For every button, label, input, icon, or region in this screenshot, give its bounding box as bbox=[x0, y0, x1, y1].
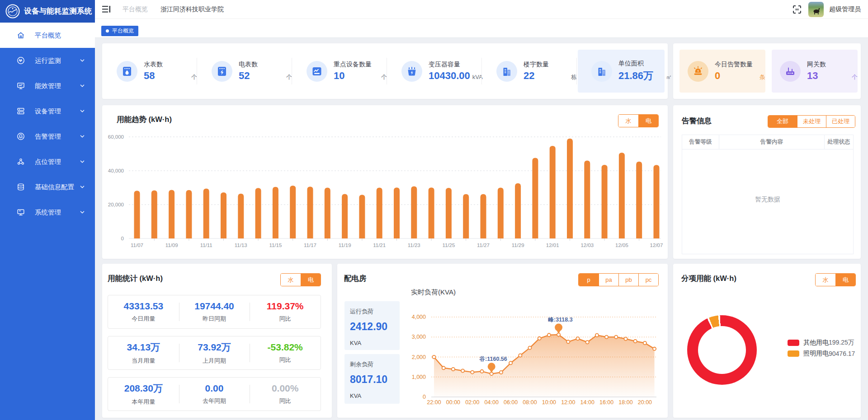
usage-toggle-电[interactable]: 电 bbox=[301, 274, 321, 286]
alarm-filter-tabs: 全部未处理已处理 bbox=[768, 115, 855, 128]
svg-text:12/07: 12/07 bbox=[650, 243, 663, 248]
split-toggle-电[interactable]: 电 bbox=[835, 274, 855, 286]
usage-metric: 43313.53今日用量 bbox=[108, 295, 179, 328]
svg-text:2,000: 2,000 bbox=[412, 354, 426, 360]
alert-gateway-card: 今日告警数量0条网关数13个 bbox=[673, 43, 861, 99]
sidebar-item-energy-chart[interactable]: 能效管理 bbox=[0, 73, 95, 98]
area-building-icon bbox=[591, 61, 612, 82]
alarm-table-header: 告警等级告警内容处理状态 bbox=[682, 135, 853, 149]
alarm-tab-已处理[interactable]: 已处理 bbox=[826, 116, 855, 127]
sidebar-item-device-list[interactable]: 设备管理 bbox=[0, 98, 95, 124]
svg-text:20:00: 20:00 bbox=[638, 399, 652, 406]
username[interactable]: 超级管理员 bbox=[829, 5, 861, 14]
alarm-info-card: 告警信息 全部未处理已处理 告警等级告警内容处理状态 暂无数据 bbox=[673, 105, 861, 259]
sidebar-item-points-network[interactable]: 点位管理 bbox=[0, 149, 95, 174]
gateway-router-icon bbox=[780, 61, 801, 82]
svg-text:谷:1160.56: 谷:1160.56 bbox=[479, 356, 507, 362]
usage-label: 上月同期 bbox=[203, 357, 226, 365]
stat-label: 楼宇数量 bbox=[524, 61, 577, 69]
monitor-pulse-icon bbox=[16, 56, 25, 65]
split-energy-donut-chart bbox=[687, 315, 757, 385]
chevron-down-icon bbox=[80, 58, 85, 63]
power-toggle-pc[interactable]: pc bbox=[638, 274, 658, 286]
realtime-load-line-chart: 01,0002,0003,0004,00022:0000:0002:0004:0… bbox=[405, 307, 665, 415]
user-avatar[interactable] bbox=[808, 2, 824, 17]
tab-platform-overview[interactable]: 平台概览 bbox=[101, 26, 138, 36]
svg-text:40,000: 40,000 bbox=[108, 168, 124, 173]
key-device-icon bbox=[307, 61, 327, 82]
database-icon bbox=[16, 182, 25, 191]
stat-cell-electric-meter: 电表数52个 bbox=[197, 43, 292, 99]
usage-metric: -53.82%同比 bbox=[250, 336, 321, 369]
usage-metric: 208.30万本年用量 bbox=[108, 378, 179, 411]
stat-unit: 个 bbox=[379, 73, 387, 81]
stat-label: 单位面积 bbox=[618, 60, 672, 68]
breadcrumb-item-school[interactable]: 浙江同济科技职业学院 bbox=[160, 5, 224, 14]
usage-value: 43313.53 bbox=[124, 301, 164, 312]
sidebar-item-monitor-pulse[interactable]: 运行监测 bbox=[0, 48, 95, 73]
stat-label: 重点设备数量 bbox=[334, 61, 387, 69]
svg-text:11/13: 11/13 bbox=[235, 243, 247, 248]
mini-card-alarm-siren: 今日告警数量0条 bbox=[679, 50, 765, 93]
alarm-tab-未处理[interactable]: 未处理 bbox=[797, 116, 826, 127]
page: 设备与能耗监测系统 平台概览运行监测能效管理设备管理告警管理点位管理基础信息配置… bbox=[0, 0, 868, 420]
alarm-bell-icon bbox=[16, 132, 25, 141]
svg-text:60,000: 60,000 bbox=[108, 134, 124, 140]
power-toggle-pb[interactable]: pb bbox=[618, 274, 638, 286]
stat-unit: ㎡ bbox=[664, 73, 672, 81]
legend-item-1[interactable]: 照明用电90476.17 bbox=[788, 348, 854, 359]
load-card-1: 剩余负荷8017.10KVA bbox=[344, 354, 400, 404]
sidebar-menu: 平台概览运行监测能效管理设备管理告警管理点位管理基础信息配置系统管理 bbox=[0, 23, 95, 225]
power-toggle-pa[interactable]: pa bbox=[599, 274, 618, 286]
stat-label: 变压器容量 bbox=[429, 61, 482, 69]
system-desktop-icon bbox=[16, 208, 25, 217]
usage-label: 同比 bbox=[279, 397, 291, 405]
tab-strip: 平台概览 bbox=[95, 19, 868, 38]
stat-label: 水表数 bbox=[144, 61, 197, 69]
power-toggle-p[interactable]: p bbox=[579, 274, 599, 286]
split-energy-title: 分项用能 (kW·h) bbox=[681, 274, 736, 284]
usage-label: 同比 bbox=[279, 315, 291, 323]
fullscreen-icon[interactable] bbox=[792, 5, 802, 14]
usage-metric: 19744.40昨日同期 bbox=[179, 295, 250, 328]
alarm-tab-全部[interactable]: 全部 bbox=[768, 116, 797, 127]
stat-unit: 个 bbox=[284, 73, 292, 81]
stat-value: 0 bbox=[715, 70, 720, 82]
stat-unit: 个 bbox=[849, 73, 858, 81]
legend-label: 其他用电 bbox=[803, 339, 829, 347]
energy-stats-title: 用能统计 (kW·h) bbox=[108, 274, 163, 284]
usage-toggle-水[interactable]: 水 bbox=[281, 274, 301, 286]
svg-text:08:00: 08:00 bbox=[523, 399, 537, 406]
sidebar-item-label: 设备管理 bbox=[35, 107, 61, 116]
usage-label: 去年同期 bbox=[203, 397, 226, 405]
legend-swatch bbox=[788, 340, 799, 346]
svg-text:00:00: 00:00 bbox=[446, 399, 460, 406]
stat-cell-transformer: 变压器容量10430.00kVA bbox=[387, 43, 482, 99]
sidebar-item-alarm-bell[interactable]: 告警管理 bbox=[0, 124, 95, 149]
svg-text:11/27: 11/27 bbox=[477, 243, 490, 248]
breadcrumb-item-overview[interactable]: 平台概览 bbox=[123, 5, 148, 14]
legend-item-0[interactable]: 其他用电199.25万 bbox=[788, 337, 854, 348]
sidebar-item-system-desktop[interactable]: 系统管理 bbox=[0, 200, 95, 225]
stat-unit: 栋 bbox=[569, 73, 577, 81]
energy-trend-title: 用能趋势 (kW·h) bbox=[117, 115, 172, 125]
stat-value: 21.86万 bbox=[618, 69, 653, 83]
svg-text:11/07: 11/07 bbox=[131, 243, 143, 248]
chevron-down-icon bbox=[80, 83, 85, 89]
svg-text:11/21: 11/21 bbox=[373, 243, 386, 248]
load-unit: KVA bbox=[350, 392, 400, 399]
alarm-table: 告警等级告警内容处理状态 暂无数据 bbox=[682, 135, 854, 254]
stat-cell-area-building: 单位面积21.86万㎡ bbox=[577, 43, 672, 99]
sidebar-item-label: 基础信息配置 bbox=[35, 183, 74, 191]
sidebar-item-label: 平台概览 bbox=[35, 31, 61, 40]
power-room-title: 配电房 bbox=[344, 274, 367, 284]
svg-text:12/05: 12/05 bbox=[615, 243, 628, 248]
sidebar-item-home[interactable]: 平台概览 bbox=[0, 23, 95, 48]
trend-toggle-电[interactable]: 电 bbox=[638, 115, 658, 127]
trend-toggle-水[interactable]: 水 bbox=[618, 115, 638, 127]
sidebar: 设备与能耗监测系统 平台概览运行监测能效管理设备管理告警管理点位管理基础信息配置… bbox=[0, 0, 95, 420]
sidebar-item-database[interactable]: 基础信息配置 bbox=[0, 174, 95, 200]
collapse-menu-icon[interactable] bbox=[102, 5, 111, 13]
split-toggle-水[interactable]: 水 bbox=[816, 274, 835, 286]
svg-text:06:00: 06:00 bbox=[504, 399, 518, 406]
